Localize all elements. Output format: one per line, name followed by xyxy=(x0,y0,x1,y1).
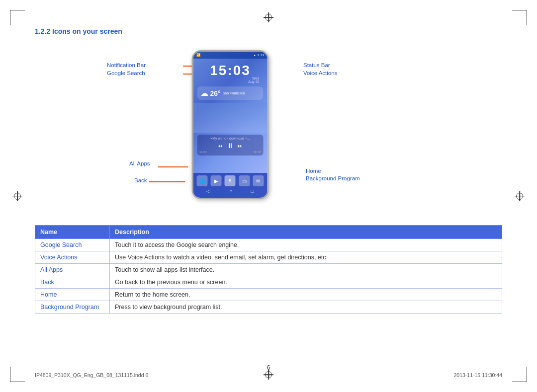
connector-all-apps xyxy=(158,166,188,167)
connector-back xyxy=(149,181,185,182)
phone-app-mail: ✉ xyxy=(253,175,264,186)
phone-back-btn: ◁ xyxy=(206,188,210,194)
table-row: BackGo back to the previous menu or scre… xyxy=(35,276,502,289)
table-row: All AppsTouch to show all apps list inte… xyxy=(35,264,502,276)
phone-weather: ☁ 26° San Francisco xyxy=(197,86,264,100)
footer-right: 2013-11-15 11:30:44 xyxy=(454,372,503,378)
music-controls: ⏮⏸⏭ xyxy=(199,142,262,150)
col-description-header: Description xyxy=(110,226,502,239)
notification-bar-label: Notification Bar xyxy=(107,62,146,68)
crop-mark-br xyxy=(512,367,527,382)
phone-music: «My world» download »... ⏮⏸⏭ 11:2300:00 xyxy=(197,135,264,156)
crosshair-right xyxy=(515,191,525,201)
back-label: Back xyxy=(134,177,147,183)
phone-body: 📶 ▲ 2:13 15:03 WedAug 20 ☁ 26° San Franc… xyxy=(192,50,269,199)
crop-mark-tl xyxy=(10,10,25,25)
crop-mark-bl xyxy=(10,367,25,382)
info-table: Name Description Google SearchTouch it t… xyxy=(35,225,502,314)
table-cell-name: All Apps xyxy=(35,264,110,276)
table-row: HomeReturn to the home screen. xyxy=(35,289,502,301)
phone-home-btn: ○ xyxy=(229,188,232,194)
phone-mockup: 📶 ▲ 2:13 15:03 WedAug 20 ☁ 26° San Franc… xyxy=(192,50,269,199)
phone-status-icons: ▲ 2:13 xyxy=(253,54,264,57)
phone-bottom-bar: 🌐 ▶ ⠿ ▭ ✉ ◁ ○ □ xyxy=(193,173,268,198)
page-content: 1.2.2 Icons on your screen Notification … xyxy=(35,27,502,365)
section-heading: 1.2.2 Icons on your screen xyxy=(35,27,502,35)
table-cell-description: Touch to show all apps list interface. xyxy=(110,264,502,276)
background-program-label: Background Program xyxy=(306,175,360,181)
phone-apps-row: 🌐 ▶ ⠿ ▭ ✉ xyxy=(193,173,268,187)
phone-app-screen: ▭ xyxy=(239,175,250,186)
table-row: Background ProgramPress to view backgrou… xyxy=(35,301,502,314)
table-cell-description: Use Voice Actions to watch a video, send… xyxy=(110,251,502,264)
crosshair-left xyxy=(12,191,22,201)
all-apps-label: All Apps xyxy=(129,160,150,166)
phone-screen-mid xyxy=(193,103,268,133)
col-name-header: Name xyxy=(35,226,110,239)
table-cell-name: Back xyxy=(35,276,110,289)
footer: IP4809_P310X_QG_Eng_GB_08_131115.indd 6 … xyxy=(35,372,502,378)
crop-mark-tr xyxy=(512,10,527,25)
crosshair-top xyxy=(264,12,273,22)
home-label: Home xyxy=(306,168,321,174)
phone-app-camera: ▶ xyxy=(211,175,222,186)
table-cell-name: Background Program xyxy=(35,301,110,314)
table-cell-name: Home xyxy=(35,289,110,301)
phone-recent-btn: □ xyxy=(251,188,254,194)
phone-app-grid: ⠿ xyxy=(225,175,236,186)
table-cell-name: Voice Actions xyxy=(35,251,110,264)
phone-nav-row: ◁ ○ □ xyxy=(193,187,268,195)
footer-left: IP4809_P310X_QG_Eng_GB_08_131115.indd 6 xyxy=(35,372,148,378)
table-cell-name: Google Search xyxy=(35,239,110,251)
section-number: 1.2.2 xyxy=(35,27,50,35)
table-row: Voice ActionsUse Voice Actions to watch … xyxy=(35,251,502,264)
table-cell-description: Return to the home screen. xyxy=(110,289,502,301)
table-cell-description: Press to view background program list. xyxy=(110,301,502,314)
status-bar-label: Status Bar xyxy=(303,62,330,68)
phone-app-globe: 🌐 xyxy=(197,175,208,186)
phone-status-bar: 📶 ▲ 2:13 xyxy=(193,52,268,59)
table-row: Google SearchTouch it to access the Goog… xyxy=(35,239,502,251)
section-title: Icons on your screen xyxy=(52,27,122,35)
diagram-area: Notification Bar Google Search Status Ba… xyxy=(35,41,502,220)
google-search-label: Google Search xyxy=(107,70,145,76)
page-number: 6 xyxy=(267,364,270,371)
music-time: 11:2300:00 xyxy=(199,151,262,154)
table-cell-description: Go back to the previous menu or screen. xyxy=(110,276,502,289)
voice-actions-label: Voice Actions xyxy=(303,70,337,76)
table-cell-description: Touch it to access the Google search eng… xyxy=(110,239,502,251)
